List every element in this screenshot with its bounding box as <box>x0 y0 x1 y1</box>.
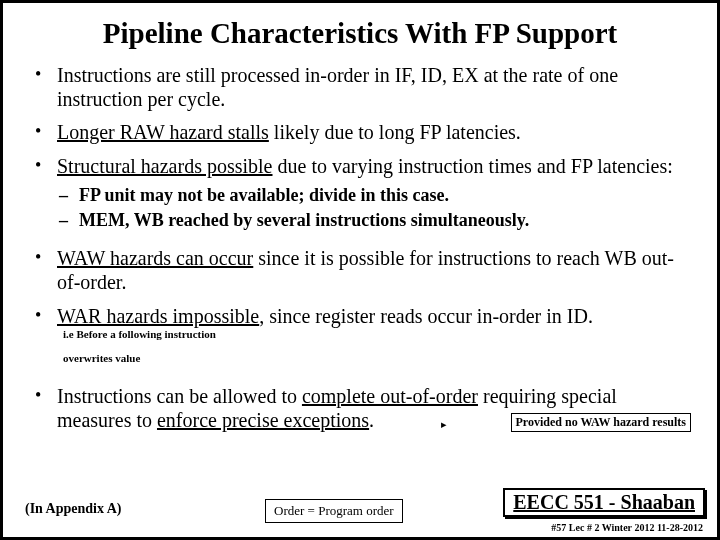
bullet-5: WAR hazards impossible, since register r… <box>57 305 693 376</box>
bullet-3-rest: due to varying instruction times and FP … <box>273 155 673 177</box>
bullet-3-underlined: Structural hazards possible <box>57 155 273 177</box>
bullet-2-underlined: Longer RAW hazard stalls <box>57 121 269 143</box>
bullet-5-rest: , since register reads occur in-order in… <box>259 305 593 327</box>
bullet-4: WAW hazards can occur since it is possib… <box>57 247 693 294</box>
inline-note-line1: i.e Before a following instruction <box>63 328 216 340</box>
sub-bullet-1-text: FP unit may not be available; divide in … <box>79 185 449 205</box>
bullet-list: Instructions are still processed in-orde… <box>27 64 693 433</box>
sub-bullet-1: FP unit may not be available; divide in … <box>79 184 693 207</box>
bullet-1-text: Instructions are still processed in-orde… <box>57 64 618 110</box>
bullet-4-underlined: WAW hazards can occur <box>57 247 253 269</box>
footer-meta: #57 Lec # 2 Winter 2012 11-28-2012 <box>551 522 703 533</box>
bullet-2-rest: likely due to long FP latencies. <box>269 121 521 143</box>
sub-bullet-2-text: MEM, WB reached by several instructions … <box>79 210 529 230</box>
course-box: EECC 551 - Shaaban <box>503 488 705 517</box>
order-box: Order = Program order <box>265 499 403 523</box>
sub-bullet-2: MEM, WB reached by several instructions … <box>79 209 693 232</box>
slide-frame: Pipeline Characteristics With FP Support… <box>0 0 720 540</box>
note-box: Provided no WAW hazard results <box>511 413 691 432</box>
bullet-2: Longer RAW hazard stalls likely due to l… <box>57 121 693 145</box>
slide-title: Pipeline Characteristics With FP Support <box>27 17 693 50</box>
bullet-6-underlined1: complete out-of-order <box>302 385 478 407</box>
bullet-3: Structural hazards possible due to varyi… <box>57 155 693 232</box>
sub-bullet-list: FP unit may not be available; divide in … <box>57 184 693 231</box>
bullet-6-part3: . <box>369 409 374 431</box>
bullet-1: Instructions are still processed in-orde… <box>57 64 693 111</box>
bullet-6-underlined2: enforce precise exceptions <box>157 409 369 431</box>
bullet-6-part1: Instructions can be allowed to <box>57 385 302 407</box>
arrow-icon: ▸ <box>441 418 447 431</box>
inline-note-line2: overwrites value <box>63 352 140 364</box>
appendix-note: (In Appendix A) <box>25 501 121 517</box>
inline-note: i.e Before a following instruction overw… <box>63 328 216 375</box>
bullet-5-underlined: WAR hazards impossible <box>57 305 259 327</box>
